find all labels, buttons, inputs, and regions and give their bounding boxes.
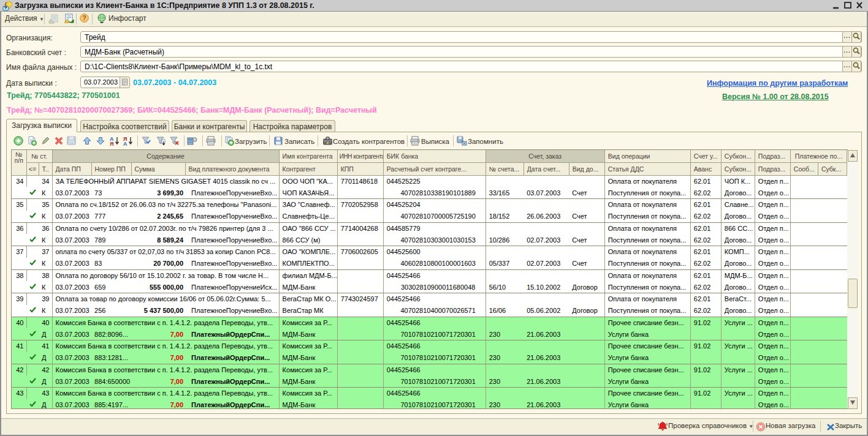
svg-text:А: А — [123, 141, 128, 146]
svg-text:Я: Я — [110, 141, 113, 146]
svg-text:?: ? — [82, 15, 86, 21]
svg-text:ОК: ОК — [69, 141, 74, 145]
